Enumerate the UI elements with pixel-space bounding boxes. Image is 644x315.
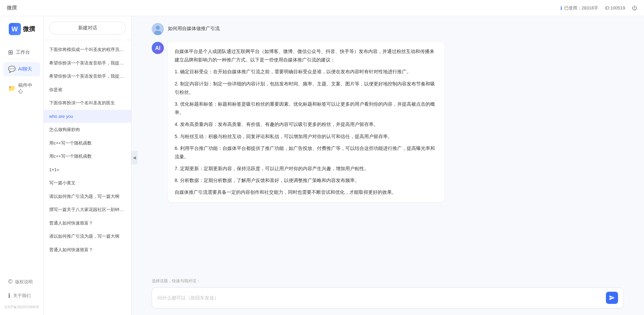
about-label: 关于我们 <box>13 293 31 299</box>
list-item[interactable]: who are you <box>44 110 131 123</box>
ai-chat-icon: 💬 <box>8 65 16 73</box>
power-icon[interactable]: ⏻ <box>632 5 637 11</box>
svg-text:AI: AI <box>155 45 160 51</box>
ai-paragraph-1: 1. 确定目标受众：在开始自媒体推广引流之前，需要明确目标受众是谁，以便在发布内… <box>175 68 438 76</box>
list-item[interactable]: 请以如何推广引流为题，写一篇大纲 <box>44 190 131 203</box>
ai-bubble: 自媒体平台是个人或团队通过互联网平台（如博客、微博、微信公众号、抖音、快手等）发… <box>168 42 444 202</box>
list-item[interactable]: 下面你将模拟成一个叫圣友的程序员，我说... <box>44 43 131 56</box>
list-item[interactable]: 下面你将扮演一个名叫圣友的医生 <box>44 96 131 110</box>
logo-text: 微撰 <box>23 25 35 33</box>
nav-items: ⊞ 工作台 💬 AI聊天 📁 稿件中心 <box>0 45 43 98</box>
sidebar-item-about[interactable]: ℹ 关于我们 <box>3 289 40 303</box>
sidebar-collapse-button[interactable]: ◀ <box>131 151 138 164</box>
ai-paragraph-9: 自媒体推广引流需要具备一定的内容创作和社交能力，同时也需要不断尝试和优化，才能取… <box>175 188 438 196</box>
ai-paragraph-4: 4. 发布高质量内容：发布高质量、有价值、有趣的内容可以吸引更多的粉丝，并提高用… <box>175 120 438 129</box>
list-item[interactable]: 你是谁 <box>44 83 131 97</box>
logo-w-icon: W <box>9 23 21 35</box>
chat-input[interactable] <box>157 294 603 302</box>
info-icon: ℹ <box>560 5 562 11</box>
ai-paragraph-0: 自媒体平台是个人或团队通过互联网平台（如博客、微博、微信公众号、抖音、快手等）发… <box>175 47 438 64</box>
ai-logo-icon: AI <box>154 44 162 52</box>
usage-text: 已使用：28318字 <box>564 5 598 11</box>
list-item[interactable]: 希望你扮演一个英语发音助手，我提供给你... <box>44 70 131 83</box>
drafts-icon: 📁 <box>8 85 16 92</box>
list-item[interactable]: 用c++写一个随机函数 <box>44 150 131 163</box>
sidebar-list: 下面你将模拟成一个叫圣友的程序员，我说... 希望你扮演一个英语发音助手，我提供… <box>44 40 131 315</box>
topbar: 微撰 ℹ 已使用：28318字 ID:100519 ⏻ <box>0 0 644 16</box>
list-item[interactable]: 写一篇小黄文 <box>44 176 131 190</box>
list-item[interactable]: 请以如何推广引流为题，写一篇大纲 <box>44 230 131 243</box>
id-label: ID:100519 <box>605 5 625 10</box>
list-item[interactable]: 希望你扮演一个英语发音助手，我提供给你... <box>44 56 131 70</box>
copyright-label: 版权说明 <box>15 279 33 285</box>
send-button[interactable] <box>606 292 618 304</box>
nav-bottom: © 版权说明 ℹ 关于我们 京ICP备2022015946号 <box>0 271 43 315</box>
quick-topics-label: 选择话题，快速与我对话： <box>152 278 624 284</box>
topbar-title: 微撰 <box>7 5 17 11</box>
ai-paragraph-6: 6. 利用平台推广功能：自媒体平台都提供了推广功能，如广告投放、付费推广等，可以… <box>175 144 438 161</box>
input-box <box>152 287 624 308</box>
sidebar-item-drafts[interactable]: 📁 稿件中心 <box>3 79 40 98</box>
user-avatar-icon <box>152 23 164 35</box>
sidebar-item-ai-chat[interactable]: 💬 AI聊天 <box>3 62 40 76</box>
main-layout: W 微撰 ⊞ 工作台 💬 AI聊天 📁 稿件中心 © 版权说明 ℹ <box>0 16 644 315</box>
chat-messages: 如何用自媒体做推广引流 AI 自媒体平台是个人或团队通过互联网平台（如博客、微博… <box>131 16 644 273</box>
list-item[interactable]: 怎么做狗屎炒肉 <box>44 123 131 136</box>
left-nav: W 微撰 ⊞ 工作台 💬 AI聊天 📁 稿件中心 © 版权说明 ℹ <box>0 16 44 315</box>
sidebar-item-workbench[interactable]: ⊞ 工作台 <box>3 45 40 59</box>
ai-paragraph-5: 5. 与粉丝互动：积极与粉丝互动，回复评论和私信，可以增加用户对你的认可和信任，… <box>175 132 438 141</box>
chat-input-area: 选择话题，快速与我对话： <box>131 273 644 315</box>
drafts-label: 稿件中心 <box>18 82 35 95</box>
list-item[interactable]: 用c++写一个随机函数 <box>44 136 131 150</box>
sidebar: 新建对话 下面你将模拟成一个叫圣友的程序员，我说... 希望你扮演一个英语发音助… <box>44 16 131 315</box>
about-icon: ℹ <box>8 292 10 299</box>
list-item[interactable]: 撰写一篇关于八大家花园社区一刻钟便民生... <box>44 203 131 216</box>
ai-paragraph-2: 2. 制定内容计划：制定一份详细的内容计划，包括发布时间、频率、主题、文案、图片… <box>175 80 438 97</box>
ai-paragraph-8: 8. 分析数据：定期分析数据，了解用户反馈和喜好，以便调整推广策略和内容发布频率… <box>175 176 438 185</box>
usage-info: ℹ 已使用：28318字 <box>560 5 598 11</box>
user-message: 如何用自媒体做推广引流 <box>152 23 624 35</box>
workbench-icon: ⊞ <box>8 49 13 56</box>
list-item[interactable]: 1+1= <box>44 163 131 177</box>
topbar-right: ℹ 已使用：28318字 ID:100519 ⏻ <box>560 5 637 11</box>
user-bubble: 如何用自媒体做推广引流 <box>168 23 220 32</box>
list-item[interactable]: 普通人如何快速致富？ <box>44 216 131 230</box>
ai-avatar: AI <box>152 42 164 54</box>
logo-area: W 微撰 <box>9 23 35 35</box>
ai-message: AI 自媒体平台是个人或团队通过互联网平台（如博客、微博、微信公众号、抖音、快手… <box>152 42 624 202</box>
chat-area: 如何用自媒体做推广引流 AI 自媒体平台是个人或团队通过互联网平台（如博客、微博… <box>131 16 644 315</box>
ai-chat-label: AI聊天 <box>18 66 32 72</box>
icp-text: 京ICP备2022015946号 <box>3 303 40 312</box>
svg-point-1 <box>156 26 160 30</box>
ai-paragraph-3: 3. 优化标题和标签：标题和标签是吸引粉丝的重要因素。优化标题和标签可以让更多的… <box>175 100 438 117</box>
new-chat-button[interactable]: 新建对话 <box>49 22 126 34</box>
user-avatar <box>152 23 164 35</box>
sidebar-header: 新建对话 <box>44 16 131 40</box>
list-item[interactable]: 普通人如何快速致富？ <box>44 243 131 257</box>
send-icon <box>609 295 615 301</box>
sidebar-item-copyright[interactable]: © 版权说明 <box>3 275 40 289</box>
ai-paragraph-7: 7. 定期更新：定期更新内容，保持活跃度，可以让用户对你的内容产生兴趣，增加用户… <box>175 164 438 173</box>
copyright-icon: © <box>8 278 12 285</box>
workbench-label: 工作台 <box>16 49 30 55</box>
